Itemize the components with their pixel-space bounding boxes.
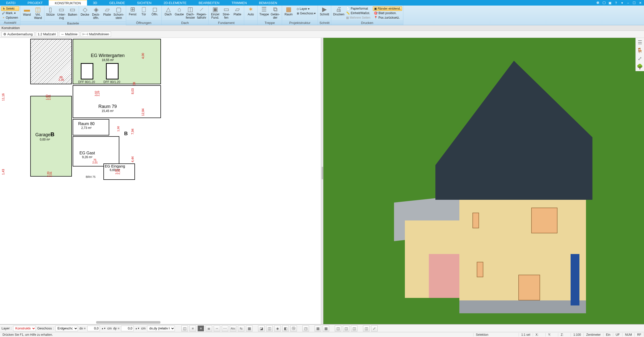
- chair-icon[interactable]: 🪑: [637, 47, 643, 53]
- tab-trimmen[interactable]: TRIMMEN: [226, 0, 253, 6]
- einzelfund-button[interactable]: ▣Einzel Fund.: [210, 6, 221, 20]
- misc-c[interactable]: ◫: [351, 325, 357, 331]
- layers-icon[interactable]: ☰: [638, 39, 642, 45]
- snap-1[interactable]: ◫: [181, 325, 188, 331]
- tab-konstruktion[interactable]: KONSTRUKTION: [49, 0, 87, 6]
- regenfallrohr-button[interactable]: ⟋Regen- fallrohr: [196, 6, 207, 20]
- group-caption: Dach: [162, 21, 208, 25]
- tab-3d[interactable]: 3D: [87, 0, 103, 6]
- grid-b[interactable]: ▦: [323, 325, 329, 331]
- coord-mode-select[interactable]: dx,dy (relativ ka: [147, 326, 175, 331]
- orbit-icon[interactable]: ⤢: [638, 55, 642, 62]
- misc-b[interactable]: ◫: [343, 325, 349, 331]
- gaube-button[interactable]: ⌂Gaube: [174, 6, 185, 20]
- view3d-tools: ☰ 🪑 ⤢ 🌳: [635, 38, 644, 71]
- group-caption: Öffnungen: [126, 21, 161, 25]
- tab-bemassen[interactable]: BEMASSEN: [253, 0, 283, 6]
- snap-2[interactable]: ≡: [189, 325, 196, 331]
- optionen-button[interactable]: ＋ Optionen: [1, 15, 19, 20]
- gelaender-button[interactable]: ⧉Gelän- der: [270, 6, 281, 20]
- overlap-icon[interactable]: ▣: [608, 1, 612, 5]
- dachfenster-button[interactable]: ◫Dach- fenster: [185, 6, 196, 20]
- virt-wand-button[interactable]: ◫Virt. Wand: [33, 6, 44, 21]
- tab-bearbeiten[interactable]: BEARBEITEN: [192, 0, 225, 6]
- misc-a[interactable]: ◫: [335, 325, 341, 331]
- monitor-icon[interactable]: 🖵: [602, 1, 606, 5]
- dropdown-icon[interactable]: ▾: [620, 1, 624, 5]
- masszahl-button[interactable]: 1.2 Maßzahl: [36, 32, 58, 37]
- snap-5[interactable]: ↔: [214, 325, 220, 331]
- tool-c[interactable]: ◈: [274, 325, 281, 331]
- dx-input[interactable]: [87, 326, 100, 331]
- geschoss-select[interactable]: Erdgeschos: [55, 326, 78, 331]
- unterzug-button[interactable]: ▭Unter- zug: [56, 6, 67, 21]
- raum-button[interactable]: ▦Raum: [283, 6, 294, 20]
- tool-b[interactable]: ◫: [266, 325, 273, 331]
- ribbon: 🖱 Selekt 🖊 Mark. ▾ ＋ Optionen Auswahl ▬W…: [0, 6, 644, 25]
- tab-sichten[interactable]: SICHTEN: [131, 0, 157, 6]
- schornstein-button[interactable]: ▢Schorn- stein: [113, 6, 125, 21]
- grid-a[interactable]: ▦: [315, 325, 321, 331]
- masslinie-button[interactable]: ↔ Maßlinie: [59, 32, 79, 37]
- tab-datei[interactable]: DATEI: [0, 0, 21, 6]
- snap-3[interactable]: ≡: [198, 325, 204, 331]
- tuer-button[interactable]: ⎕Tür: [138, 6, 149, 20]
- snap-8[interactable]: ▦: [246, 325, 253, 331]
- decke-button[interactable]: ◇Decke: [79, 6, 91, 21]
- streifen-button[interactable]: ▭Strei- fen: [221, 6, 232, 20]
- layer-dropdown[interactable]: ◇ Layer ▾: [296, 7, 317, 11]
- snap-4[interactable]: ≣: [206, 325, 212, 331]
- mark-button[interactable]: 🖊 Mark. ▾: [1, 11, 19, 15]
- view-splitter[interactable]: [321, 38, 323, 324]
- horizontal-scrollbar[interactable]: [96, 321, 160, 324]
- view-a[interactable]: ◳: [302, 325, 309, 331]
- slab-icon: ◇: [83, 6, 87, 13]
- platte-button[interactable]: ▱Platte: [102, 6, 113, 21]
- stuetze-button[interactable]: ▯Stütze: [45, 6, 56, 21]
- pos-reset-button[interactable]: 📍 Pos zurücksetz.: [373, 15, 402, 20]
- blatt-position-button[interactable]: 🎯 Blatt position.: [373, 11, 402, 15]
- dy-input[interactable]: [121, 326, 134, 331]
- tool-n[interactable]: Ⓝ: [290, 325, 297, 331]
- schnitt-button[interactable]: ▶Schnitt: [319, 6, 330, 20]
- papierformat-button[interactable]: 📄 Papierformat: [345, 6, 371, 11]
- breadcrumb-item[interactable]: Konstruktion: [2, 26, 20, 30]
- raender-button[interactable]: ▣ Ränder einblend.: [373, 6, 402, 11]
- masshilfslinien-button[interactable]: ⊢⊣ Maßhilfslinien: [81, 32, 111, 37]
- minimize-icon[interactable]: –: [626, 1, 630, 5]
- snap-6[interactable]: ⋯: [222, 325, 228, 331]
- misc-e[interactable]: ⤢: [371, 325, 378, 331]
- treppe-button[interactable]: ☰Treppe: [259, 6, 270, 20]
- einheit-button[interactable]: 📏 Einheit/Maßst.: [345, 11, 371, 15]
- selekt-button[interactable]: 🖱 Selekt: [1, 6, 19, 11]
- snap-abc[interactable]: Abc: [230, 325, 236, 331]
- deckoeffn-button[interactable]: ◈Deck- öffn.: [91, 6, 102, 21]
- fenster-button[interactable]: ⊞Fenst: [127, 6, 138, 20]
- status-selektion: Selektion: [473, 333, 519, 336]
- wand-button[interactable]: ▬Wand: [21, 6, 33, 21]
- mehrere-seiten-button[interactable]: ▦ Mehrere Seiten: [345, 15, 371, 20]
- dach-button[interactable]: △Dach: [163, 6, 174, 20]
- tool-icon[interactable]: 🛠: [596, 1, 600, 5]
- snap-7[interactable]: ⇆: [238, 325, 244, 331]
- auto-button[interactable]: ✶Auto: [245, 6, 256, 20]
- view-2d[interactable]: GarageB 0,00 m² EG Wintergarten 18,55 m²…: [0, 38, 321, 324]
- tab-projekt[interactable]: PROJEKT: [21, 0, 49, 6]
- drucken-button[interactable]: 🖨Drucken: [332, 6, 345, 20]
- misc-d[interactable]: ◫: [363, 325, 370, 331]
- geschoss-dropdown[interactable]: ≣ Geschoss ▾: [296, 11, 317, 16]
- tab-2delemente[interactable]: 2D-ELEMENTE: [157, 0, 192, 6]
- tool-d[interactable]: ◧: [282, 325, 289, 331]
- fund-platte-button[interactable]: ▱Platte: [232, 6, 243, 20]
- maximize-icon[interactable]: ☐: [632, 1, 636, 5]
- balken-button[interactable]: ▭Balken: [67, 6, 78, 21]
- tab-gelaende[interactable]: GELÄNDE: [103, 0, 131, 6]
- tool-a[interactable]: ◪: [258, 325, 265, 331]
- tree-icon[interactable]: 🌳: [637, 64, 643, 70]
- oeffn-button[interactable]: ◻Öffn.: [149, 6, 160, 20]
- close-icon[interactable]: ✕: [638, 1, 642, 5]
- help-icon[interactable]: ?: [614, 1, 618, 5]
- layer-select[interactable]: Konstruktio: [13, 326, 36, 331]
- view-3d[interactable]: ☰ 🪑 ⤢ 🌳: [323, 38, 644, 324]
- aussenbemassung-button[interactable]: ⚙Außenbemaßung: [2, 32, 34, 37]
